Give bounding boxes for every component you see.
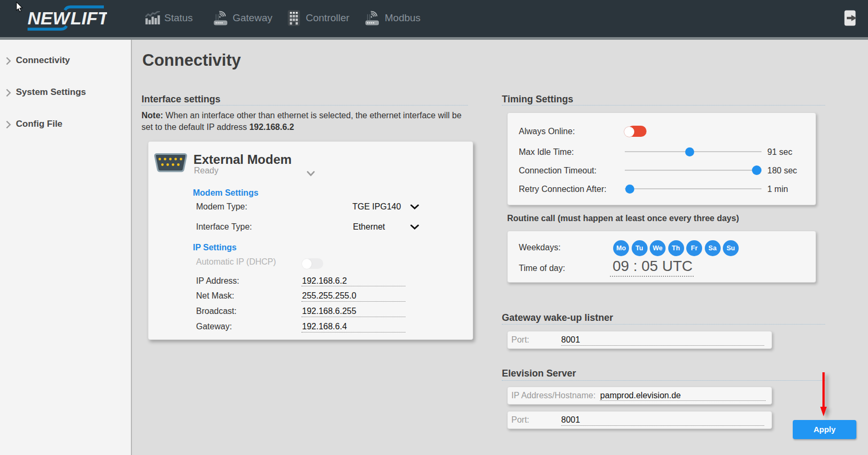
svg-text:LIFT: LIFT	[70, 8, 107, 28]
svg-text:NEW: NEW	[28, 8, 71, 28]
